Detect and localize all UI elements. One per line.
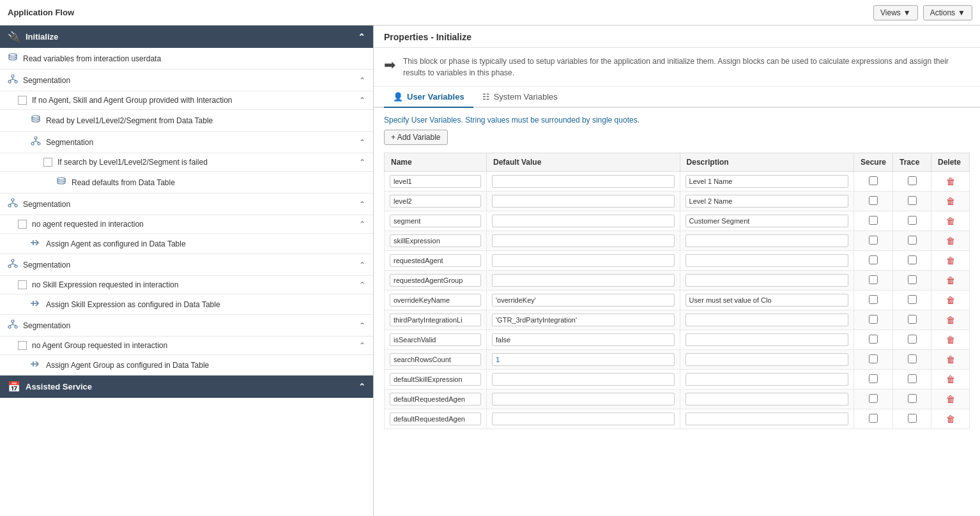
var-delete-button[interactable]: 🗑 (946, 295, 955, 305)
no-agent-item[interactable]: no agent requested in interaction ⌃ (0, 215, 373, 234)
var-delete-button[interactable]: 🗑 (946, 255, 955, 266)
seg1-chevron-icon[interactable]: ⌃ (359, 76, 365, 85)
var-desc-input[interactable] (685, 294, 848, 307)
var-desc-input[interactable] (685, 215, 848, 227)
var-default-input[interactable] (492, 274, 675, 287)
var-delete-button[interactable]: 🗑 (946, 216, 955, 226)
var-secure-checkbox[interactable] (869, 315, 878, 324)
var-default-input[interactable] (492, 373, 675, 386)
var-trace-checkbox[interactable] (908, 176, 917, 185)
initialize-chevron-icon[interactable]: ⌃ (358, 32, 365, 42)
assign-agent-group-item[interactable]: Assign Agent Group as configured in Data… (0, 355, 373, 376)
if-search-failed-item[interactable]: If search by Level1/Level2/Segment is fa… (0, 153, 373, 172)
var-default-input[interactable] (492, 314, 675, 326)
read-variables-item[interactable]: Read variables from interaction userdata (0, 48, 373, 70)
var-desc-input[interactable] (685, 314, 848, 326)
var-default-input[interactable] (492, 294, 675, 307)
var-desc-input[interactable] (685, 373, 848, 386)
no-agent-group-item[interactable]: no Agent Group requested in interaction … (0, 337, 373, 355)
tab-user-variables[interactable]: 👤 User Variables (384, 87, 473, 108)
segmentation-4-header[interactable]: Segmentation ⌃ (0, 254, 373, 276)
actions-button[interactable]: Actions ▼ (923, 5, 972, 20)
var-name-input[interactable] (390, 215, 481, 227)
seg2-chevron-icon[interactable]: ⌃ (359, 138, 365, 147)
no-skill-item[interactable]: no Skill Expression requested in interac… (0, 276, 373, 294)
var-trace-checkbox[interactable] (908, 196, 917, 205)
var-trace-checkbox[interactable] (908, 216, 917, 225)
var-secure-checkbox[interactable] (869, 335, 878, 344)
var-secure-checkbox[interactable] (869, 196, 878, 205)
var-default-input[interactable] (492, 175, 675, 188)
var-default-input[interactable] (492, 393, 675, 406)
var-trace-checkbox[interactable] (908, 295, 917, 304)
var-name-input[interactable] (390, 175, 481, 188)
if-search-failed-chevron-icon[interactable]: ⌃ (359, 158, 365, 167)
no-skill-chevron-icon[interactable]: ⌃ (359, 280, 365, 289)
add-variable-button[interactable]: + Add Variable (384, 130, 448, 145)
var-name-input[interactable] (390, 393, 481, 406)
var-delete-button[interactable]: 🗑 (946, 414, 955, 424)
var-name-input[interactable] (390, 314, 481, 326)
segmentation-2-header[interactable]: Segmentation ⌃ (0, 132, 373, 153)
assisted-service-chevron-icon[interactable]: ⌃ (358, 382, 365, 391)
var-delete-button[interactable]: 🗑 (946, 335, 955, 345)
var-default-input[interactable] (492, 234, 675, 247)
no-agent-group-checkbox[interactable] (18, 341, 27, 350)
var-desc-input[interactable] (685, 254, 848, 267)
seg3-chevron-icon[interactable]: ⌃ (359, 200, 365, 209)
var-trace-checkbox[interactable] (908, 255, 917, 264)
var-desc-input[interactable] (685, 413, 848, 425)
var-default-input[interactable] (492, 353, 675, 366)
segmentation-1-header[interactable]: Segmentation ⌃ (0, 70, 373, 91)
seg5-chevron-icon[interactable]: ⌃ (359, 321, 365, 330)
var-delete-button[interactable]: 🗑 (946, 176, 955, 186)
var-desc-input[interactable] (685, 234, 848, 247)
var-secure-checkbox[interactable] (869, 236, 878, 245)
var-delete-button[interactable]: 🗑 (946, 374, 955, 384)
if-no-agent-checkbox[interactable] (18, 96, 27, 105)
var-desc-input[interactable] (685, 333, 848, 346)
var-secure-checkbox[interactable] (869, 414, 878, 423)
if-no-agent-chevron-icon[interactable]: ⌃ (359, 96, 365, 105)
var-delete-button[interactable]: 🗑 (946, 236, 955, 246)
var-secure-checkbox[interactable] (869, 394, 878, 403)
segmentation-5-header[interactable]: Segmentation ⌃ (0, 315, 373, 337)
var-name-input[interactable] (390, 294, 481, 307)
read-by-level-item[interactable]: Read by Level1/Level2/Segment from Data … (0, 110, 373, 132)
var-secure-checkbox[interactable] (869, 374, 878, 383)
no-skill-checkbox[interactable] (18, 280, 27, 289)
var-secure-checkbox[interactable] (869, 216, 878, 225)
var-desc-input[interactable] (685, 274, 848, 287)
var-trace-checkbox[interactable] (908, 374, 917, 383)
var-delete-button[interactable]: 🗑 (946, 315, 955, 325)
var-trace-checkbox[interactable] (908, 275, 917, 284)
var-trace-checkbox[interactable] (908, 335, 917, 344)
assisted-service-header[interactable]: 📅 Assisted Service ⌃ (0, 376, 373, 398)
no-agent-checkbox[interactable] (18, 220, 27, 229)
segmentation-3-header[interactable]: Segmentation ⌃ (0, 194, 373, 215)
read-defaults-item[interactable]: Read defaults from Data Table (0, 172, 373, 194)
no-agent-group-chevron-icon[interactable]: ⌃ (359, 341, 365, 350)
var-trace-checkbox[interactable] (908, 236, 917, 245)
var-secure-checkbox[interactable] (869, 255, 878, 264)
var-desc-input[interactable] (685, 353, 848, 366)
var-trace-checkbox[interactable] (908, 354, 917, 363)
var-default-input[interactable] (492, 254, 675, 267)
var-delete-button[interactable]: 🗑 (946, 394, 955, 404)
var-default-input[interactable] (492, 195, 675, 208)
var-delete-button[interactable]: 🗑 (946, 275, 955, 285)
no-agent-chevron-icon[interactable]: ⌃ (359, 220, 365, 229)
tab-system-variables[interactable]: ☷ System Variables (473, 87, 567, 108)
var-name-input[interactable] (390, 234, 481, 247)
var-secure-checkbox[interactable] (869, 275, 878, 284)
if-search-failed-checkbox[interactable] (43, 158, 52, 167)
var-name-input[interactable] (390, 373, 481, 386)
var-secure-checkbox[interactable] (869, 176, 878, 185)
var-delete-button[interactable]: 🗑 (946, 196, 955, 206)
if-no-agent-item[interactable]: If no Agent, Skill and Agent Group provi… (0, 91, 373, 110)
var-name-input[interactable] (390, 195, 481, 208)
var-name-input[interactable] (390, 333, 481, 346)
var-name-input[interactable] (390, 353, 481, 366)
var-trace-checkbox[interactable] (908, 394, 917, 403)
var-default-input[interactable] (492, 215, 675, 227)
